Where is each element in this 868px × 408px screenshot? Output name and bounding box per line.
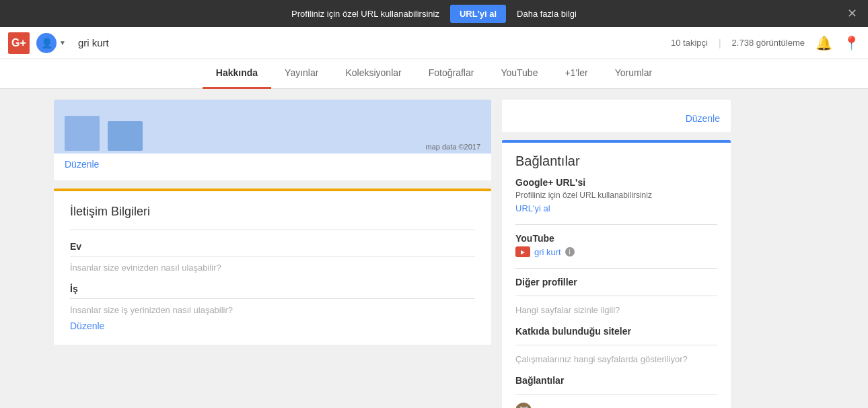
divider-4: [515, 345, 717, 345]
info-icon[interactable]: i: [565, 247, 575, 257]
nav-tabs: Hakkında Yayınlar Koleksiyonlar Fotoğraf…: [0, 59, 868, 89]
tab-plus1ler[interactable]: +1'ler: [551, 59, 601, 89]
youtube-channel-name[interactable]: gri kurt: [534, 247, 561, 257]
map-data-text: map data ©2017: [426, 143, 481, 151]
google-url-section: Google+ URL'si Profiliniz için özel URL …: [515, 177, 717, 213]
is-label: İş: [70, 283, 475, 294]
other-profiles-placeholder: Hangi sayfalar sizinle ilgili?: [515, 305, 620, 315]
tab-koleksiyonlar[interactable]: Koleksiyonlar: [332, 59, 414, 89]
youtube-section: YouTube gri kurt i: [515, 233, 717, 257]
divider-3: [515, 296, 717, 296]
youtube-icon: [515, 246, 530, 257]
notification-text: Profiliniz için özel URL kullanabilirsin…: [291, 9, 439, 19]
right-column: Düzenle Bağlantılar Google+ URL'si Profi…: [502, 100, 731, 397]
tab-youtube[interactable]: YouTube: [487, 59, 551, 89]
other-profiles-label: Diğer profiller: [515, 277, 717, 287]
ev-divider: [70, 256, 475, 257]
ev-section: Ev İnsanlar size evinizden nasıl ulaşabi…: [70, 241, 475, 273]
connections-title: Bağlantılar: [515, 143, 717, 177]
links-section: Bağlantılar 🐺 Gri Kurt: [515, 375, 717, 408]
followers-count: 10 takipçi: [671, 38, 708, 48]
links-label: Bağlantılar: [515, 375, 717, 386]
ev-placeholder: İnsanlar size evinizden nasıl ulaşabilir…: [70, 263, 221, 273]
google-url-label: Google+ URL'si: [515, 177, 717, 188]
tab-yorumlar[interactable]: Yorumlar: [602, 59, 666, 89]
wolf-link[interactable]: 🐺 Gri Kurt: [515, 403, 717, 408]
top-partial-card: Düzenle: [502, 100, 731, 132]
is-section: İş İnsanlar size iş yerinizden nasıl ula…: [70, 283, 475, 315]
search-input[interactable]: [73, 34, 664, 51]
google-url-link[interactable]: URL'yi al: [515, 203, 550, 213]
more-info-link[interactable]: Daha fazla bilgi: [517, 9, 577, 19]
url-button[interactable]: URL'yi al: [450, 5, 506, 23]
map-placeholder: map data ©2017: [54, 100, 491, 154]
contact-card-title: İletişim Bilgileri: [70, 191, 475, 230]
views-count: 2.738 görüntüleme: [732, 38, 805, 48]
chevron-down-icon: ▼: [59, 39, 66, 46]
tab-yayinlar[interactable]: Yayınlar: [271, 59, 332, 89]
google-url-sub: Profiliniz için özel URL kullanabilirsin…: [515, 191, 717, 200]
wolf-link-label: Gri Kurt: [537, 406, 567, 409]
is-placeholder: İnsanlar size iş yerinizden nasıl ulaşab…: [70, 305, 233, 315]
location-button[interactable]: 📍: [843, 35, 860, 51]
connections-card: Bağlantılar Google+ URL'si Profiliniz iç…: [502, 140, 731, 408]
top-partial-edit-link[interactable]: Düzenle: [686, 113, 720, 124]
other-profiles-section: Diğer profiller Hangi sayfalar sizinle i…: [515, 277, 717, 315]
divider-5: [515, 394, 717, 395]
header-right: 10 takipçi | 2.738 görüntüleme 🔔 📍: [671, 35, 860, 51]
wolf-avatar: 🐺: [515, 403, 532, 408]
divider-2: [515, 268, 717, 269]
map-edit-link[interactable]: Düzenle: [65, 159, 99, 170]
map-card: map data ©2017 Düzenle: [54, 100, 491, 180]
notifications-button[interactable]: 🔔: [816, 35, 832, 51]
contributing-label: Katkıda bulunduğu siteler: [515, 326, 717, 337]
divider-1: [515, 224, 717, 225]
contributing-section: Katkıda bulunduğu siteler Çalışmalarınız…: [515, 326, 717, 364]
avatar-button[interactable]: 👤 ▼: [36, 33, 66, 53]
map-image-2: [108, 121, 143, 151]
ev-label: Ev: [70, 241, 475, 252]
youtube-row: gri kurt i: [515, 246, 717, 257]
close-notification-button[interactable]: ✕: [847, 6, 857, 21]
map-image-1: [65, 116, 100, 151]
tab-hakkinda[interactable]: Hakkında: [203, 59, 271, 89]
contributing-placeholder: Çalışmalarınız hangi sayfalarda gösteril…: [515, 354, 688, 364]
header: G+ 👤 ▼ 10 takipçi | 2.738 görüntüleme 🔔 …: [0, 27, 868, 59]
tab-fotograflar[interactable]: Fotoğraflar: [415, 59, 488, 89]
contact-edit-link[interactable]: Düzenle: [70, 320, 104, 331]
contact-card: İletişim Bilgileri Ev İnsanlar size evin…: [54, 189, 491, 345]
notification-bar: Profiliniz için özel URL kullanabilirsin…: [0, 0, 868, 27]
is-divider: [70, 298, 475, 299]
avatar: 👤: [36, 33, 57, 53]
main-content: map data ©2017 Düzenle İletişim Bilgiler…: [0, 89, 868, 408]
gplus-logo: G+: [8, 32, 30, 54]
stats-divider: |: [719, 38, 721, 48]
youtube-label: YouTube: [515, 233, 717, 244]
left-column: map data ©2017 Düzenle İletişim Bilgiler…: [54, 100, 491, 397]
